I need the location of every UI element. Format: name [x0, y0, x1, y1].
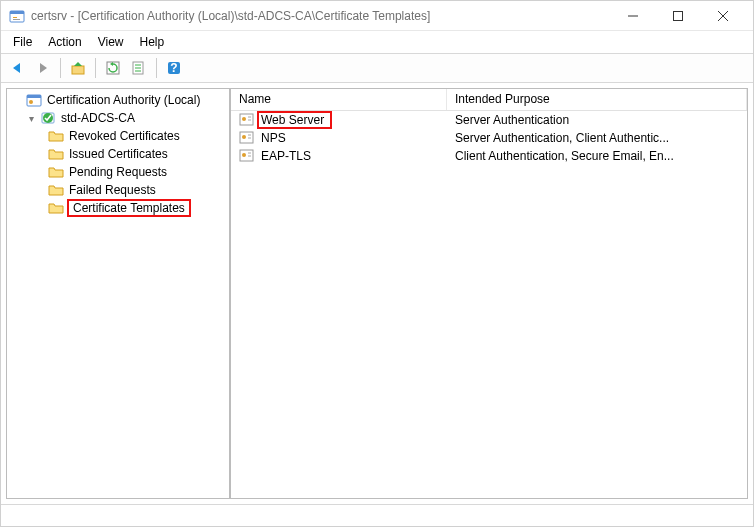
menu-action[interactable]: Action	[40, 33, 89, 51]
svg-point-18	[29, 100, 33, 104]
list-cell-name: NPS	[259, 131, 288, 145]
tree-label: std-ADCS-CA	[59, 111, 137, 125]
export-list-button[interactable]	[127, 56, 151, 80]
certificate-template-icon	[239, 112, 255, 128]
toolbar-separator	[95, 58, 96, 78]
maximize-button[interactable]	[655, 2, 700, 30]
tree-item-templates[interactable]: Certificate Templates	[7, 199, 229, 217]
toolbar-separator	[156, 58, 157, 78]
svg-rect-2	[13, 17, 17, 18]
back-button[interactable]	[5, 56, 29, 80]
list-cell-name: Web Server	[257, 111, 332, 129]
refresh-button[interactable]	[101, 56, 125, 80]
tree-label: Certification Authority (Local)	[45, 93, 202, 107]
tree-item-issued[interactable]: Issued Certificates	[7, 145, 229, 163]
tree-label: Revoked Certificates	[67, 129, 182, 143]
folder-icon	[48, 128, 64, 144]
folder-icon	[48, 200, 64, 216]
svg-rect-8	[72, 66, 84, 74]
svg-point-26	[242, 135, 246, 139]
svg-rect-5	[673, 11, 682, 20]
svg-rect-21	[240, 114, 253, 125]
certificate-template-icon	[239, 130, 255, 146]
svg-rect-29	[240, 150, 253, 161]
svg-point-30	[242, 153, 246, 157]
toolbar: ?	[1, 53, 753, 83]
list-cell-name: EAP-TLS	[259, 149, 313, 163]
certificate-template-icon	[239, 148, 255, 164]
minimize-button[interactable]	[610, 2, 655, 30]
expand-icon[interactable]	[11, 95, 23, 106]
close-button[interactable]	[700, 2, 745, 30]
tree-label: Pending Requests	[67, 165, 169, 179]
folder-icon	[48, 182, 64, 198]
tree-label: Certificate Templates	[67, 199, 191, 217]
tree-label: Issued Certificates	[67, 147, 170, 161]
tree-ca-node[interactable]: ▾ std-ADCS-CA	[7, 109, 229, 127]
ca-ok-icon	[40, 110, 56, 126]
toolbar-separator	[60, 58, 61, 78]
menu-view[interactable]: View	[90, 33, 132, 51]
menu-bar: File Action View Help	[1, 31, 753, 53]
status-bar	[1, 504, 753, 526]
list-row[interactable]: NPS Server Authentication, Client Authen…	[231, 129, 747, 147]
tree-item-pending[interactable]: Pending Requests	[7, 163, 229, 181]
svg-text:?: ?	[170, 61, 177, 75]
tree-label: Failed Requests	[67, 183, 158, 197]
window-title: certsrv - [Certification Authority (Loca…	[31, 9, 610, 23]
folder-icon	[48, 164, 64, 180]
tree-item-revoked[interactable]: Revoked Certificates	[7, 127, 229, 145]
column-header-purpose[interactable]: Intended Purpose	[447, 89, 747, 110]
app-icon	[9, 8, 25, 24]
svg-rect-3	[13, 19, 20, 20]
tree-pane[interactable]: Certification Authority (Local) ▾ std-AD…	[7, 89, 231, 498]
svg-rect-25	[240, 132, 253, 143]
menu-help[interactable]: Help	[132, 33, 173, 51]
tree-item-failed[interactable]: Failed Requests	[7, 181, 229, 199]
title-bar: certsrv - [Certification Authority (Loca…	[1, 1, 753, 31]
collapse-icon[interactable]: ▾	[25, 113, 37, 124]
list-cell-purpose: Client Authentication, Secure Email, En.…	[447, 149, 747, 163]
list-row[interactable]: Web Server Server Authentication	[231, 111, 747, 129]
help-button[interactable]: ?	[162, 56, 186, 80]
list-header: Name Intended Purpose	[231, 89, 747, 111]
forward-button[interactable]	[31, 56, 55, 80]
list-body[interactable]: Web Server Server Authentication NPS Ser…	[231, 111, 747, 498]
svg-rect-1	[10, 11, 24, 14]
svg-rect-17	[27, 95, 41, 98]
window-controls	[610, 2, 745, 30]
list-cell-purpose: Server Authentication	[447, 113, 747, 127]
list-cell-purpose: Server Authentication, Client Authentic.…	[447, 131, 747, 145]
ca-console-icon	[26, 92, 42, 108]
up-button[interactable]	[66, 56, 90, 80]
list-pane: Name Intended Purpose Web Server Server …	[231, 89, 747, 498]
svg-point-22	[242, 117, 246, 121]
folder-icon	[48, 146, 64, 162]
tree-root[interactable]: Certification Authority (Local)	[7, 91, 229, 109]
main-content: Certification Authority (Local) ▾ std-AD…	[6, 88, 748, 499]
list-row[interactable]: EAP-TLS Client Authentication, Secure Em…	[231, 147, 747, 165]
column-header-name[interactable]: Name	[231, 89, 447, 110]
menu-file[interactable]: File	[5, 33, 40, 51]
